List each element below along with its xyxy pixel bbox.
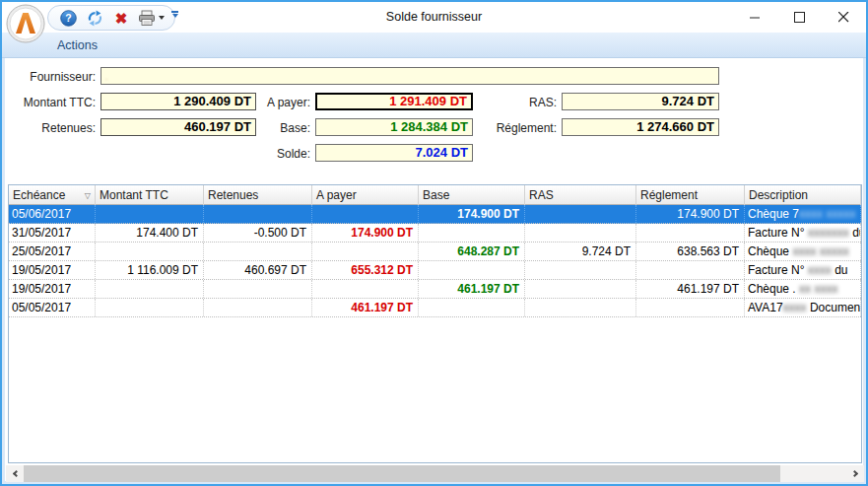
ras-field[interactable]: 9.724 DT [562,93,719,110]
cell-retenues [204,243,312,260]
column-header-label: Retenues [208,188,258,202]
column-header-a_payer[interactable]: A payer [312,185,419,205]
column-header-base[interactable]: Base [419,185,525,205]
table-row[interactable]: 25/05/2017648.287 DT9.724 DT638.563 DTCh… [9,243,861,261]
fournisseur-input[interactable]: . [100,67,719,85]
delete-icon: ✖ [115,11,128,26]
app-menu-button[interactable] [6,4,45,43]
solde-label: Solde: [248,147,310,161]
reglement-field[interactable]: 1 274.660 DT [562,118,719,136]
help-icon: ? [60,10,77,27]
menu-actions[interactable]: Actions [57,38,98,52]
column-header-montant_ttc[interactable]: Montant TTC [96,185,204,205]
refresh-button[interactable] [85,8,104,28]
menu-bar: Actions [2,33,866,58]
solde-field[interactable]: 7.024 DT [315,144,473,162]
column-header-label: Montant TTC [100,188,168,202]
window-controls [733,2,866,32]
cell-retenues [204,205,312,223]
cell-ras [525,280,636,298]
close-button[interactable] [822,2,866,32]
cell-reglement: 174.900 DT [636,205,745,223]
cell-ras [525,261,636,279]
supplier-transactions-grid: Echéance▽Montant TTCRetenuesA payerBaseR… [8,184,862,463]
cell-retenues: -0.500 DT [204,224,312,242]
chevron-right-icon [850,470,857,477]
maximize-icon [794,12,805,23]
print-button[interactable] [138,8,165,28]
column-header-reglement[interactable]: Réglement [636,185,745,205]
table-row[interactable]: 31/05/2017174.400 DT-0.500 DT174.900 DTF… [9,224,861,243]
table-row[interactable]: 05/06/2017174.900 DT174.900 DTChèque 7xx… [9,205,861,224]
scroll-left-button[interactable] [6,465,24,482]
cell-base: 174.900 DT [419,205,525,223]
horizontal-scrollbar[interactable] [6,465,864,482]
retenues-label: Retenues: [12,121,96,135]
cell-ras [525,224,636,242]
base-field[interactable]: 1 284.384 DT [315,118,473,136]
cell-reglement [636,224,745,242]
montant-ttc-field[interactable]: 1 290.409 DT [100,93,256,110]
scrollbar-thumb[interactable] [24,465,780,482]
cell-montant_ttc [96,243,204,260]
table-row[interactable]: 19/05/2017461.197 DT461.197 DTChèque . x… [9,280,861,299]
cell-montant_ttc [96,280,204,298]
retenues-field[interactable]: 460.197 DT [100,118,256,136]
cell-a_payer [312,243,419,260]
cell-a_payer: 655.312 DT [312,261,419,279]
cell-montant_ttc: 1 116.009 DT [96,261,204,279]
cell-ras [525,205,636,223]
cell-description: Facture N° xxxx du [745,261,861,279]
ras-label: RAS: [490,96,557,109]
maximize-button[interactable] [777,2,822,32]
app-window: Solde fournisseur [0,0,868,486]
cell-reglement: 638.563 DT [636,243,745,260]
column-header-label: Description [749,188,808,202]
grid-body: 05/06/2017174.900 DT174.900 DTChèque 7xx… [9,205,861,317]
cell-description: Facture N° xxxxxxx du [745,224,861,242]
print-dropdown-caret-icon [159,16,165,20]
cell-echeance: 05/05/2017 [9,299,96,316]
redacted-text: xxxx [783,301,807,314]
a-payer-field[interactable]: 1 291.409 DT [315,93,473,110]
cell-ras [525,299,636,316]
minimize-button[interactable] [733,2,777,32]
chevron-left-icon [12,470,19,477]
cell-echeance: 25/05/2017 [9,243,96,260]
redacted-text: xxxx [808,263,832,277]
qat-customize-button[interactable] [171,11,178,18]
cell-base [419,299,525,316]
cell-reglement [636,261,745,279]
fournisseur-label: Fournisseur: [12,70,96,84]
table-row[interactable]: 19/05/20171 116.009 DT460.697 DT655.312 … [9,261,861,280]
cell-base: 461.197 DT [419,280,525,298]
qat-customize-icon [171,11,178,13]
cell-retenues [204,280,312,298]
cell-montant_ttc [96,205,204,223]
grid-header: Echéance▽Montant TTCRetenuesA payerBaseR… [9,185,861,205]
table-row[interactable]: 05/05/2017461.197 DTAVA17xxxx Document [9,299,861,317]
help-button[interactable]: ? [58,8,78,28]
column-header-description[interactable]: Description [745,185,861,205]
scroll-right-button[interactable] [846,465,864,482]
app-logo-icon [6,4,45,43]
close-icon [838,12,849,23]
redacted-text: xx xxxx [799,282,837,296]
column-header-ras[interactable]: RAS [525,185,636,205]
montant-ttc-label: Montant TTC: [12,96,96,109]
cell-a_payer: 174.900 DT [312,224,419,242]
column-header-label: A payer [316,188,357,202]
reglement-label: Réglement: [483,121,557,135]
svg-text:?: ? [65,12,71,24]
cell-base [419,224,525,242]
redacted-text: xxxx xxxxx [792,244,848,258]
delete-button[interactable]: ✖ [111,8,131,28]
column-header-retenues[interactable]: Retenues [204,185,312,205]
base-label: Base: [248,121,310,135]
cell-base [419,261,525,279]
cell-echeance: 19/05/2017 [9,280,96,298]
cell-description: Chèque 7xxxx xxxxx [745,205,861,223]
redacted-text: xxxx xxxxx [799,207,855,221]
column-header-echeance[interactable]: Echéance▽ [9,185,96,205]
cell-retenues [204,299,312,316]
